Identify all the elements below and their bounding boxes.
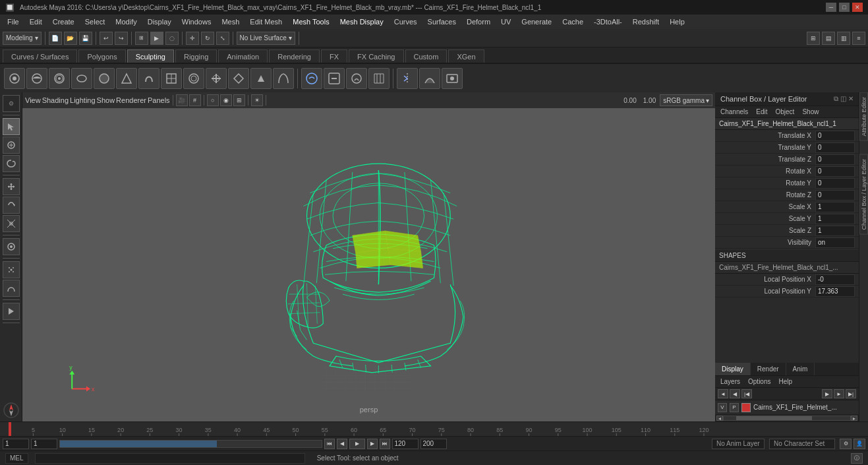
select-tool-btn[interactable] — [3, 118, 20, 135]
vp-shade-mode-btn[interactable]: ◉ — [220, 94, 232, 106]
sculpt-tool-7[interactable] — [138, 68, 159, 89]
sculpt-tool-2[interactable] — [26, 68, 47, 89]
new-file-button[interactable]: 📄 — [49, 32, 62, 45]
menu-modify[interactable]: Modify — [111, 16, 141, 27]
sculpt-tool-5[interactable] — [94, 68, 115, 89]
channel-rotate-x[interactable]: Rotate X 0 — [715, 166, 859, 177]
workspace-dropdown[interactable]: Modeling ▾ — [3, 32, 42, 45]
render-btn[interactable] — [3, 303, 20, 320]
vp-gamma-dropdown[interactable]: sRGB gamma ▾ — [660, 94, 712, 106]
channel-rotate-z[interactable]: Rotate Z 0 — [715, 189, 859, 201]
audio-frame-field[interactable]: 200 — [420, 439, 447, 449]
timeline-ruler[interactable] — [0, 421, 868, 436]
tab-xgen[interactable]: XGen — [448, 49, 484, 63]
menu-windows[interactable]: Windows — [177, 16, 216, 27]
select-tool[interactable]: ▶ — [150, 32, 163, 45]
tab-sculpting[interactable]: Sculpting — [127, 49, 174, 63]
close-button[interactable]: ✕ — [852, 3, 863, 12]
layers-home-btn[interactable]: |◀ — [741, 389, 752, 398]
script-type-label[interactable]: MEL — [5, 453, 28, 464]
layers-next-btn[interactable]: ▶ — [822, 389, 832, 398]
vp-menu-lighting[interactable]: Lighting — [70, 96, 96, 104]
menu-redshift[interactable]: Redshift — [628, 16, 664, 27]
sculpt-tool-17[interactable] — [368, 68, 390, 89]
status-info-btn[interactable]: ⓘ — [851, 453, 863, 464]
tab-rendering[interactable]: Rendering — [269, 49, 320, 63]
scroll-right-arrow[interactable]: ► — [851, 416, 857, 421]
tab-curves-surfaces[interactable]: Curves / Surfaces — [3, 49, 77, 63]
redo-button[interactable]: ↪ — [115, 32, 128, 45]
timeline-canvas[interactable] — [0, 422, 868, 436]
layer-color-swatch[interactable] — [741, 403, 751, 412]
channel-scale-x[interactable]: Scale X 1 — [715, 201, 859, 213]
scroll-thumb[interactable] — [736, 416, 812, 420]
cb-menu-edit[interactable]: Edit — [753, 108, 770, 116]
sculpt-tool-12[interactable] — [250, 68, 272, 89]
vp-camera-btn[interactable]: 🎥 — [176, 94, 188, 106]
rotate-tool[interactable]: ↻ — [201, 32, 214, 45]
sculpt-tool-8[interactable] — [161, 68, 182, 89]
select-by-hierarchy[interactable]: ⊞ — [135, 32, 148, 45]
channel-translate-z[interactable]: Translate Z 0 — [715, 154, 859, 166]
lasso-select-btn[interactable] — [3, 155, 20, 172]
open-button[interactable]: 📂 — [64, 32, 77, 45]
panel-options[interactable]: ▥ — [837, 32, 850, 45]
menu-mesh-tools[interactable]: Mesh Tools — [288, 16, 333, 27]
vp-menu-panels[interactable]: Panels — [148, 96, 170, 104]
sculpt-tool-6[interactable] — [116, 68, 137, 89]
attr-editor-toggle[interactable]: ≡ — [852, 32, 865, 45]
character-set-dropdown[interactable]: No Character Set — [769, 439, 835, 449]
maximize-button[interactable]: □ — [839, 3, 850, 12]
cb-menu-channels[interactable]: Channels — [718, 108, 751, 116]
tab-fx-caching[interactable]: FX Caching — [349, 49, 403, 63]
layers-menu-options[interactable]: Options — [745, 377, 773, 386]
scale-tool-btn[interactable] — [3, 215, 20, 232]
tab-display[interactable]: Display — [715, 363, 751, 375]
channel-local-pos-x[interactable]: Local Position X -0 — [715, 274, 859, 286]
move-tool[interactable]: ✛ — [186, 32, 199, 45]
channel-translate-x[interactable]: Translate X 0 — [715, 130, 859, 142]
layout-options[interactable]: ▤ — [822, 32, 835, 45]
channel-rotate-y[interactable]: Rotate Y 0 — [715, 177, 859, 189]
menu-generate[interactable]: Generate — [517, 16, 556, 27]
live-surface-dropdown[interactable]: No Live Surface ▾ — [237, 32, 295, 45]
menu-curves[interactable]: Curves — [390, 16, 422, 27]
channel-translate-y[interactable]: Translate Y 0 — [715, 142, 859, 154]
tab-polygons[interactable]: Polygons — [78, 49, 125, 63]
channel-scale-z[interactable]: Scale Z 1 — [715, 225, 859, 237]
vp-menu-shading[interactable]: Shading — [42, 96, 69, 104]
tab-anim[interactable]: Anim — [786, 363, 815, 375]
playback-start-field[interactable]: 1 — [31, 439, 57, 449]
snap-curve-btn[interactable] — [3, 280, 20, 297]
sculpt-tool-falloff[interactable] — [419, 68, 440, 89]
pb-character-btn[interactable]: 👤 — [854, 439, 865, 449]
playback-prev-key-btn[interactable]: ⏮ — [324, 439, 335, 449]
sculpt-tool-10[interactable] — [206, 68, 227, 89]
settings-gear-button[interactable]: ⚙ — [3, 95, 20, 112]
cb-menu-object[interactable]: Object — [773, 108, 797, 116]
snap-grid-btn[interactable] — [3, 261, 20, 278]
playback-next-frame-btn[interactable]: ▶ — [367, 439, 378, 449]
sculpt-tool-13[interactable] — [273, 68, 294, 89]
scroll-track[interactable] — [723, 416, 851, 421]
tab-render[interactable]: Render — [751, 363, 786, 375]
layers-prev-btn[interactable]: ◄ — [718, 389, 728, 398]
menu-uv[interactable]: UV — [496, 16, 515, 27]
move-tool-btn[interactable] — [3, 178, 20, 195]
vp-menu-show[interactable]: Show — [97, 96, 115, 104]
channel-local-pos-y[interactable]: Local Position Y 17.363 — [715, 286, 859, 297]
menu-display[interactable]: Display — [143, 16, 176, 27]
tab-custom[interactable]: Custom — [405, 49, 448, 63]
paint-select-btn[interactable] — [3, 137, 20, 154]
menu-select[interactable]: Select — [80, 16, 110, 27]
sculpt-tool-sym[interactable] — [397, 68, 418, 89]
channel-visibility[interactable]: Visibility on — [715, 237, 859, 249]
layers-menu-layers[interactable]: Layers — [718, 377, 743, 386]
sculpt-tool-16[interactable] — [346, 68, 367, 89]
menu-surfaces[interactable]: Surfaces — [423, 16, 461, 27]
tab-fx[interactable]: FX — [321, 49, 347, 63]
menu-deform[interactable]: Deform — [462, 16, 495, 27]
lasso-tool[interactable]: ◌ — [165, 32, 179, 45]
show-manip-btn[interactable] — [3, 238, 20, 255]
sculpt-tool-display[interactable] — [442, 68, 463, 89]
